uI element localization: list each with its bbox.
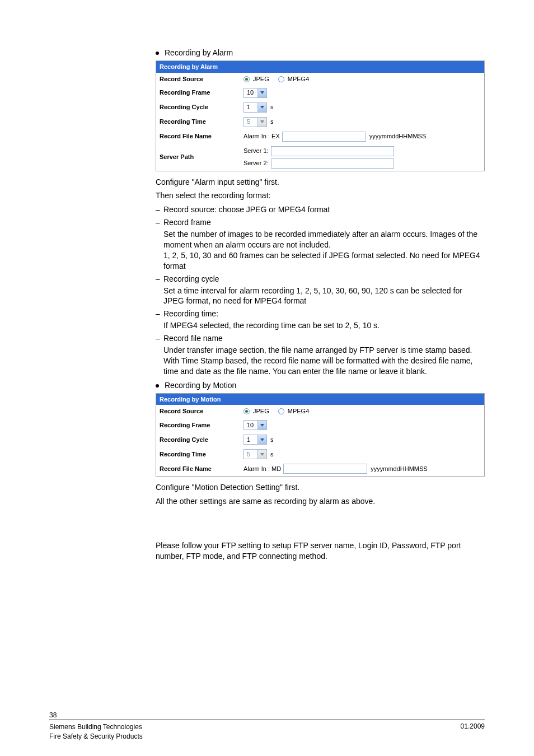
panel-header: Recording by Motion bbox=[156, 394, 484, 405]
select-recording-time: 5 bbox=[243, 449, 267, 459]
filename-prefix: Alarm In : EX bbox=[243, 132, 280, 141]
row-recording-frame: Recording Frame 10 bbox=[156, 418, 484, 432]
radio-jpeg[interactable] bbox=[243, 76, 250, 82]
footer-left-line1: Siemens Building Technologies bbox=[49, 722, 143, 732]
filename-prefix: Alarm In : MD bbox=[243, 465, 281, 473]
alarm-dash-list: – Record source: choose JPEG or MPEG4 fo… bbox=[156, 204, 485, 376]
chevron-down-icon bbox=[257, 421, 266, 430]
select-value: 5 bbox=[244, 450, 257, 459]
label-recording-cycle: Recording Cycle bbox=[160, 436, 243, 444]
row-recording-time: Recording Time 5 s bbox=[156, 115, 484, 129]
ftp-text: Please follow your FTP setting to setup … bbox=[156, 540, 485, 562]
item-title: Record frame bbox=[163, 217, 485, 228]
list-item: – Recording time: If MPEG4 selected, the… bbox=[156, 309, 485, 331]
select-recording-frame[interactable]: 10 bbox=[243, 88, 267, 98]
list-item: – Record file name Under transfer image … bbox=[156, 333, 485, 377]
label-recording-cycle: Recording Cycle bbox=[160, 103, 243, 111]
unit: s bbox=[270, 103, 274, 111]
radio-jpeg[interactable] bbox=[243, 408, 250, 414]
item-title: Record file name bbox=[163, 333, 485, 344]
alarm-text-p2: Then select the recording format: bbox=[156, 190, 485, 201]
server1-label: Server 1: bbox=[243, 147, 269, 155]
radio-mpeg4[interactable] bbox=[278, 76, 284, 82]
list-item: – Record frame Set the number of images … bbox=[156, 217, 485, 271]
motion-text-p1: Configure "Motion Detection Setting" fir… bbox=[156, 482, 485, 493]
bullet-recording-by-motion: Recording by Motion bbox=[156, 380, 485, 391]
unit: s bbox=[270, 450, 274, 459]
select-value: 5 bbox=[244, 118, 257, 126]
chevron-down-icon bbox=[257, 118, 266, 127]
radio-jpeg-label: JPEG bbox=[253, 407, 269, 416]
row-server-path: Server Path Server 1: Server 2: bbox=[156, 144, 484, 171]
page-footer: Siemens Building Technologies Fire Safet… bbox=[0, 720, 534, 741]
server2-label: Server 2: bbox=[243, 159, 269, 167]
server2-input[interactable] bbox=[271, 158, 394, 169]
bullet-icon bbox=[156, 52, 159, 55]
label-server-path: Server Path bbox=[160, 153, 243, 161]
select-recording-frame[interactable]: 10 bbox=[243, 420, 267, 430]
server1-input[interactable] bbox=[271, 146, 394, 156]
chevron-down-icon bbox=[257, 435, 266, 444]
filename-input[interactable] bbox=[283, 464, 367, 474]
label-record-file-name: Record File Name bbox=[160, 465, 243, 473]
select-value: 10 bbox=[244, 88, 257, 97]
panel-recording-by-motion: Recording by Motion Record Source JPEG M… bbox=[156, 393, 485, 477]
bullet-text: Recording by Motion bbox=[165, 380, 236, 391]
item-body: Set a time interval for alarm recording … bbox=[163, 286, 485, 307]
select-value: 10 bbox=[244, 421, 257, 430]
row-record-file-name: Record File Name Alarm In : MD yyyymmddH… bbox=[156, 461, 484, 476]
chevron-down-icon bbox=[257, 88, 266, 97]
dash-icon: – bbox=[156, 217, 163, 271]
label-record-source: Record Source bbox=[160, 75, 243, 83]
panel-recording-by-alarm: Recording by Alarm Record Source JPEG MP… bbox=[156, 60, 485, 171]
chevron-down-icon bbox=[257, 450, 266, 459]
item-title: Recording cycle bbox=[163, 274, 485, 284]
dash-icon: – bbox=[156, 333, 163, 377]
item-title: Recording time: bbox=[163, 309, 485, 319]
label-record-file-name: Record File Name bbox=[160, 132, 243, 141]
radio-jpeg-label: JPEG bbox=[253, 75, 269, 83]
label-recording-time: Recording Time bbox=[160, 118, 243, 126]
alarm-text-p1: Configure "Alarm input setting" first. bbox=[156, 177, 485, 188]
row-record-source: Record Source JPEG MPEG4 bbox=[156, 405, 484, 418]
row-record-source: Record Source JPEG MPEG4 bbox=[156, 73, 484, 86]
select-recording-time: 5 bbox=[243, 117, 267, 127]
row-recording-cycle: Recording Cycle 1 s bbox=[156, 100, 484, 115]
item-body: If MPEG4 selected, the recording time ca… bbox=[163, 320, 485, 331]
item-body: Under transfer image section, the file n… bbox=[163, 345, 485, 377]
page-number: 38 bbox=[49, 711, 57, 719]
filename-suffix: yyyymmddHHMMSS bbox=[371, 465, 427, 473]
chevron-down-icon bbox=[257, 103, 266, 112]
radio-mpeg4[interactable] bbox=[278, 408, 284, 414]
list-item: – Recording cycle Set a time interval fo… bbox=[156, 274, 485, 307]
list-item: – Record source: choose JPEG or MPEG4 fo… bbox=[156, 204, 485, 215]
unit: s bbox=[270, 436, 274, 444]
radio-mpeg4-label: MPEG4 bbox=[288, 407, 310, 416]
dash-icon: – bbox=[156, 204, 163, 215]
footer-left-line2: Fire Safety & Security Products bbox=[49, 732, 143, 741]
row-recording-cycle: Recording Cycle 1 s bbox=[156, 432, 484, 447]
footer-right: 01.2009 bbox=[461, 722, 485, 730]
row-recording-time: Recording Time 5 s bbox=[156, 447, 484, 461]
item-title: Record source: choose JPEG or MPEG4 form… bbox=[163, 204, 485, 215]
label-recording-frame: Recording Frame bbox=[160, 88, 243, 97]
filename-suffix: yyyymmddHHMMSS bbox=[369, 132, 426, 141]
label-record-source: Record Source bbox=[160, 407, 243, 416]
dash-icon: – bbox=[156, 309, 163, 331]
row-recording-frame: Recording Frame 10 bbox=[156, 86, 484, 100]
label-recording-time: Recording Time bbox=[160, 450, 243, 459]
label-recording-frame: Recording Frame bbox=[160, 421, 243, 430]
bullet-recording-by-alarm: Recording by Alarm bbox=[156, 48, 485, 58]
select-recording-cycle[interactable]: 1 bbox=[243, 102, 267, 113]
select-value: 1 bbox=[244, 103, 257, 111]
footer-divider bbox=[49, 720, 485, 720]
motion-text-p2: All the other settings are same as recor… bbox=[156, 496, 485, 507]
filename-input[interactable] bbox=[282, 132, 366, 142]
dash-icon: – bbox=[156, 274, 163, 307]
radio-mpeg4-label: MPEG4 bbox=[288, 75, 310, 83]
bullet-text: Recording by Alarm bbox=[165, 48, 233, 58]
select-value: 1 bbox=[244, 436, 257, 444]
select-recording-cycle[interactable]: 1 bbox=[243, 435, 267, 445]
unit: s bbox=[270, 118, 274, 126]
row-record-file-name: Record File Name Alarm In : EX yyyymmddH… bbox=[156, 129, 484, 144]
